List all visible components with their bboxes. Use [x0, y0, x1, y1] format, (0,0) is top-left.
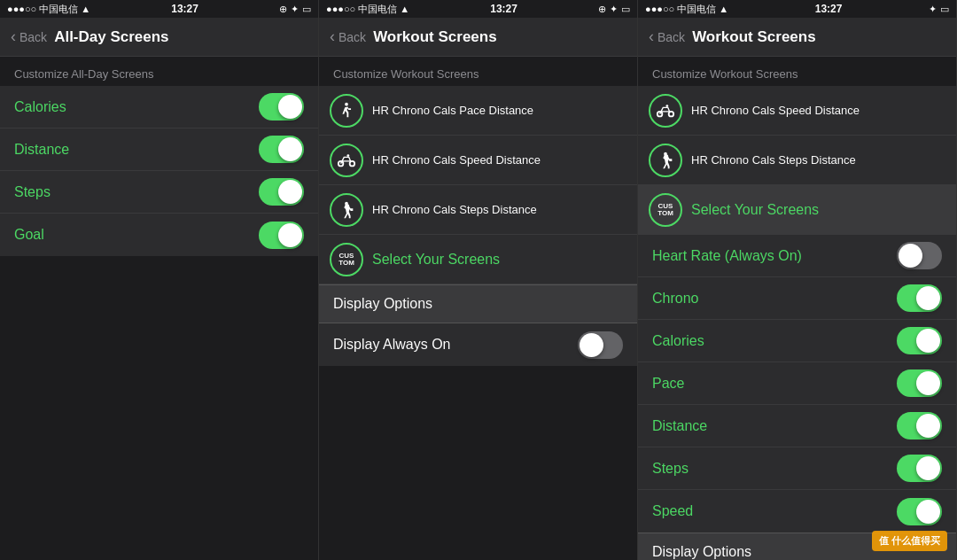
status-right-3: ✦ ▭	[929, 4, 949, 15]
bike-icon-3	[649, 94, 682, 128]
list-item: Calories	[0, 86, 318, 128]
list-item: Steps	[0, 171, 318, 214]
list-item-chrono: Chrono	[638, 277, 956, 320]
custom-label-bottom-3: TOM	[657, 210, 673, 217]
toggle-steps[interactable]	[259, 178, 304, 206]
panel-workout: ●●●○○ 中国电信 ▲ 13:27 ⊕ ✦ ▭ ‹ Back Workout …	[319, 0, 638, 560]
workout-row-walk-3[interactable]: HR Chrono Cals Steps Distance	[638, 136, 956, 185]
status-bar-2: ●●●○○ 中国电信 ▲ 13:27 ⊕ ✦ ▭	[319, 0, 637, 18]
svg-point-3	[346, 154, 349, 157]
clock-2: 13:27	[490, 3, 517, 15]
bike-svg	[337, 151, 356, 170]
select-screens-row-3[interactable]: CUS TOM Select Your Screens	[638, 185, 956, 235]
svg-point-2	[350, 160, 355, 166]
workout-row-run[interactable]: HR Chrono Cals Pace Distance	[319, 86, 637, 136]
signal-1: ●●●○○	[7, 4, 36, 14]
status-left-1: ●●●○○ 中国电信 ▲	[7, 3, 90, 16]
list-item: Goal	[0, 214, 318, 256]
run-metrics: HR Chrono Cals Pace Distance	[372, 104, 626, 117]
bluetooth-icon-1: ✦	[291, 4, 299, 15]
battery-icon-3: ▭	[940, 4, 949, 15]
svg-point-0	[345, 102, 348, 105]
walk-metrics-3: HR Chrono Cals Steps Distance	[691, 153, 945, 167]
svg-point-5	[657, 111, 663, 116]
bike-metrics-3: HR Chrono Cals Speed Distance	[691, 104, 945, 117]
toggle-calories-3[interactable]	[897, 327, 942, 354]
row-label-heart-rate: Heart Rate (Always On)	[652, 248, 897, 264]
panel-allday: ●●●○○ 中国电信 ▲ 13:27 ⊕ ✦ ▭ ‹ Back All-Day …	[0, 0, 319, 560]
list-item-calories-3: Calories	[638, 320, 956, 362]
workout-row-bike-3[interactable]: HR Chrono Cals Speed Distance	[638, 86, 956, 136]
workout-row-bike[interactable]: HR Chrono Cals Speed Distance	[319, 136, 637, 185]
back-button-2[interactable]: ‹ Back	[330, 27, 366, 46]
back-arrow-icon-3: ‹	[649, 27, 654, 46]
toggle-chrono[interactable]	[897, 284, 942, 312]
list-item-speed: Speed	[638, 490, 956, 533]
signal-2: ●●●○○	[326, 4, 355, 14]
clock-3: 13:27	[815, 3, 843, 15]
row-label-chrono: Chrono	[652, 291, 897, 307]
workout-row-walk[interactable]: HR Chrono Cals Steps Distance	[319, 185, 637, 235]
battery-icon-1: ▭	[302, 4, 311, 15]
back-label-1: Back	[19, 30, 47, 44]
row-label-distance-3: Distance	[652, 418, 897, 434]
custom-icon-3: CUS TOM	[649, 193, 682, 227]
select-label-2: Select Your Screens	[372, 252, 626, 268]
row-label-calories-3: Calories	[652, 333, 897, 349]
nav-title-3: Workout Screens	[692, 28, 816, 46]
back-button-3[interactable]: ‹ Back	[649, 27, 685, 46]
panel-workout-3: ●●●○○ 中国电信 ▲ 13:27 ✦ ▭ ‹ Back Workout Sc…	[638, 0, 957, 560]
select-screens-row-2[interactable]: CUS TOM Select Your Screens	[319, 235, 637, 284]
display-always-on-row: Display Always On	[319, 323, 637, 366]
bike-metrics: HR Chrono Cals Speed Distance	[372, 153, 626, 167]
back-label-2: Back	[338, 30, 366, 44]
carrier-2: 中国电信	[358, 3, 397, 16]
toggle-display-always-on[interactable]	[578, 331, 623, 359]
watermark: 值 什么值得买	[872, 531, 947, 551]
location-icon-1: ⊕	[279, 4, 287, 15]
location-icon-2: ⊕	[598, 4, 606, 15]
toggle-steps-3[interactable]	[897, 455, 942, 482]
workout-list-2: HR Chrono Cals Pace Distance HR Chrono C…	[319, 86, 637, 284]
toggle-pace[interactable]	[897, 369, 942, 397]
list-item-pace: Pace	[638, 362, 956, 405]
row-label-goal: Goal	[14, 227, 259, 243]
run-svg	[337, 101, 356, 121]
section-header-2: Customize Workout Screens	[319, 57, 637, 86]
panel3-content: HR Chrono Cals Speed Distance HR Chrono …	[638, 86, 956, 560]
select-label-3: Select Your Screens	[691, 202, 945, 218]
wifi-icon-3: ▲	[719, 4, 728, 14]
bike-svg-3	[656, 101, 675, 121]
section-header-3: Customize Workout Screens	[638, 57, 956, 86]
display-always-on-section: Display Always On	[319, 323, 637, 366]
toggle-goal[interactable]	[259, 222, 304, 249]
walk-icon	[330, 193, 363, 227]
back-button-1[interactable]: ‹ Back	[11, 27, 47, 46]
list-item-distance-3: Distance	[638, 405, 956, 447]
status-bar-3: ●●●○○ 中国电信 ▲ 13:27 ✦ ▭	[638, 0, 956, 18]
toggle-distance[interactable]	[259, 136, 304, 163]
list-item-steps-3: Steps	[638, 447, 956, 490]
carrier-3: 中国电信	[677, 3, 716, 16]
row-label-calories: Calories	[14, 99, 259, 115]
toggle-speed[interactable]	[897, 498, 942, 525]
svg-point-7	[665, 105, 668, 107]
row-label-steps: Steps	[14, 184, 259, 200]
display-options-label-3: Display Options	[652, 544, 751, 560]
nav-title-2: Workout Screens	[373, 28, 497, 46]
walk-svg-3	[656, 151, 675, 170]
nav-bar-3: ‹ Back Workout Screens	[638, 18, 956, 57]
bike-icon	[330, 144, 363, 177]
walk-metrics: HR Chrono Cals Steps Distance	[372, 203, 626, 216]
wifi-icon-2: ▲	[400, 4, 409, 14]
wifi-icon-1: ▲	[81, 4, 90, 14]
custom-label-bottom: TOM	[338, 260, 354, 267]
toggle-calories[interactable]	[259, 93, 304, 121]
bluetooth-icon-2: ✦	[610, 4, 618, 15]
nav-title-1: All-Day Screens	[54, 28, 168, 46]
toggle-distance-3[interactable]	[897, 412, 942, 439]
toggle-heart-rate[interactable]	[897, 242, 942, 269]
svg-point-6	[669, 111, 674, 116]
carrier-1: 中国电信	[39, 3, 78, 16]
bluetooth-icon-3: ✦	[929, 4, 937, 15]
